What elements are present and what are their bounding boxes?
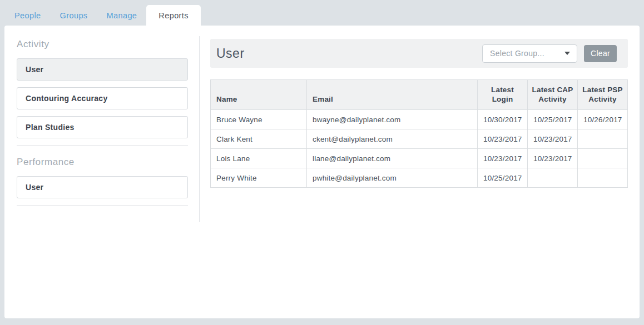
table-cell: ckent@dailyplanet.com xyxy=(307,129,478,149)
table-cell: llane@dailyplanet.com xyxy=(307,149,478,168)
tab-reports[interactable]: Reports xyxy=(146,5,201,26)
sidebar-item-contouring-accuracy[interactable]: Contouring Accuracy xyxy=(17,87,188,109)
group-select[interactable]: Select Group... xyxy=(482,44,577,63)
table-row: Perry Whitepwhite@dailyplanet.com10/25/2… xyxy=(211,168,628,188)
table-cell: 10/23/2017 xyxy=(528,149,578,168)
section-divider xyxy=(17,145,188,146)
table-cell: 10/30/2017 xyxy=(478,110,528,129)
page-title: User xyxy=(216,46,245,61)
table-cell: bwayne@dailyplanet.com xyxy=(307,110,478,129)
sidebar: ActivityUserContouring AccuracyPlan Stud… xyxy=(4,26,200,318)
table-cell: 10/23/2017 xyxy=(528,129,578,149)
section-title-activity: Activity xyxy=(17,39,200,50)
table-header-row: NameEmailLatest LoginLatest CAP Activity… xyxy=(211,80,628,110)
table-cell: 10/25/2017 xyxy=(478,168,528,188)
tab-bar: PeopleGroupsManageReports xyxy=(0,0,644,26)
table-cell: Clark Kent xyxy=(211,129,307,149)
tab-manage[interactable]: Manage xyxy=(97,11,147,20)
section-title-performance: Performance xyxy=(17,157,200,168)
table-cell: 10/23/2017 xyxy=(478,149,528,168)
section-divider xyxy=(17,205,188,206)
main-content: User Select Group... Clear NameEmailLate… xyxy=(200,26,640,318)
table-cell: pwhite@dailyplanet.com xyxy=(307,168,478,188)
column-header-latest-login: Latest Login xyxy=(478,80,528,110)
sidebar-item-user[interactable]: User xyxy=(17,176,188,198)
table-cell: Bruce Wayne xyxy=(211,110,307,129)
table-cell: 10/23/2017 xyxy=(478,129,528,149)
table-cell xyxy=(578,168,628,188)
chevron-down-icon xyxy=(564,52,570,55)
table-cell: Perry White xyxy=(211,168,307,188)
table-cell xyxy=(528,168,578,188)
content-panel: ActivityUserContouring AccuracyPlan Stud… xyxy=(4,26,640,318)
tab-groups[interactable]: Groups xyxy=(51,11,97,20)
table-cell xyxy=(578,129,628,149)
table-row: Clark Kentckent@dailyplanet.com10/23/201… xyxy=(211,129,628,149)
main-header-bar: User Select Group... Clear xyxy=(210,39,628,68)
table-cell: Lois Lane xyxy=(211,149,307,168)
column-header-name: Name xyxy=(211,80,307,110)
column-header-latest-cap-activity: Latest CAP Activity xyxy=(528,80,578,110)
group-select-value: Select Group... xyxy=(490,49,564,58)
sidebar-item-user[interactable]: User xyxy=(17,58,188,81)
table-row: Bruce Waynebwayne@dailyplanet.com10/30/2… xyxy=(211,110,628,129)
user-report-table: NameEmailLatest LoginLatest CAP Activity… xyxy=(210,79,628,188)
column-header-email: Email xyxy=(307,80,478,110)
tab-people[interactable]: People xyxy=(5,11,51,20)
table-cell xyxy=(578,149,628,168)
clear-button[interactable]: Clear xyxy=(584,45,617,62)
sidebar-item-plan-studies[interactable]: Plan Studies xyxy=(17,116,188,138)
table-body: Bruce Waynebwayne@dailyplanet.com10/30/2… xyxy=(211,110,628,188)
column-header-latest-psp-activity: Latest PSP Activity xyxy=(578,80,628,110)
table-cell: 10/25/2017 xyxy=(528,110,578,129)
table-cell: 10/26/2017 xyxy=(578,110,628,129)
table-row: Lois Lanellane@dailyplanet.com10/23/2017… xyxy=(211,149,628,168)
